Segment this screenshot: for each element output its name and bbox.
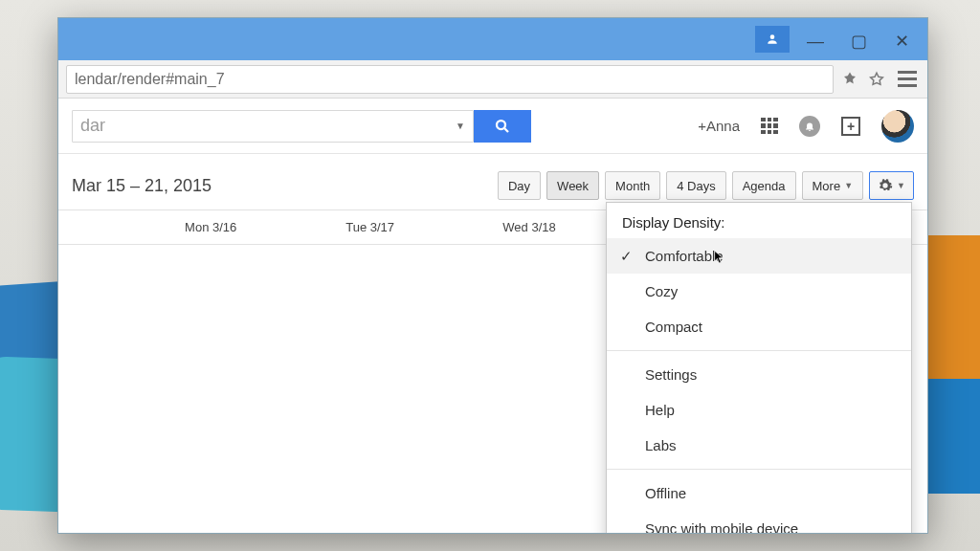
view-day-button[interactable]: Day	[498, 171, 541, 200]
settings-dropdown-menu: Display Density: Comfortable Cozy Compac…	[606, 202, 912, 534]
google-bar: dar ▼ +Anna +	[58, 99, 927, 154]
search-dropdown-icon[interactable]: ▼	[456, 121, 465, 131]
svg-point-0	[497, 121, 505, 129]
caret-down-icon: ▼	[897, 181, 905, 190]
chrome-menu-button[interactable]	[895, 67, 920, 92]
view-more-button[interactable]: More ▼	[802, 171, 864, 200]
view-switcher: Day Week Month 4 Days Agenda More ▼ ▼	[498, 171, 914, 200]
share-button[interactable]: +	[841, 117, 860, 136]
url-text: lendar/render#main_7	[75, 71, 225, 88]
browser-omnibar: lendar/render#main_7	[58, 60, 927, 99]
menu-item-help[interactable]: Help	[607, 392, 911, 428]
extension-icon[interactable]	[841, 71, 858, 88]
bookmark-star-icon[interactable]	[868, 71, 885, 88]
menu-item-labs[interactable]: Labs	[607, 428, 911, 463]
day-column-header[interactable]: Tue 3/17	[290, 210, 449, 244]
menu-item-settings[interactable]: Settings	[607, 357, 911, 392]
address-bar[interactable]: lendar/render#main_7	[66, 65, 834, 94]
settings-gear-button[interactable]: ▼	[869, 171, 914, 200]
date-range-label: Mar 15 – 21, 2015	[72, 176, 212, 196]
caret-down-icon: ▼	[844, 181, 853, 190]
density-option-compact[interactable]: Compact	[607, 309, 911, 344]
more-label: More	[813, 179, 841, 193]
view-agenda-button[interactable]: Agenda	[732, 171, 796, 200]
day-column-header[interactable]: Wed 3/18	[450, 210, 609, 244]
account-avatar[interactable]	[881, 110, 914, 143]
view-week-button[interactable]: Week	[546, 171, 599, 200]
window-titlebar: — ▢ ✕	[58, 18, 927, 60]
window-close-button[interactable]: ✕	[881, 26, 922, 53]
view-4days-button[interactable]: 4 Days	[666, 171, 725, 200]
google-apps-icon[interactable]	[761, 118, 778, 135]
browser-window: — ▢ ✕ lendar/render#main_7 dar ▼	[57, 17, 928, 534]
calendar-search-input[interactable]: dar ▼	[72, 110, 474, 143]
svg-line-1	[504, 128, 508, 132]
density-header: Display Density:	[607, 203, 911, 238]
menu-item-offline[interactable]: Offline	[607, 475, 911, 511]
window-maximize-button[interactable]: ▢	[837, 26, 878, 53]
notifications-icon[interactable]	[799, 116, 820, 137]
day-column-header[interactable]: Mon 3/16	[131, 210, 290, 244]
density-option-comfortable[interactable]: Comfortable	[607, 238, 911, 274]
menu-item-sync[interactable]: Sync with mobile device	[607, 511, 911, 534]
search-text: dar	[80, 116, 105, 136]
view-month-button[interactable]: Month	[605, 171, 660, 200]
search-button[interactable]	[474, 110, 531, 143]
chrome-profile-button[interactable]	[755, 26, 790, 53]
window-minimize-button[interactable]: —	[793, 26, 834, 53]
google-plus-link[interactable]: +Anna	[698, 118, 740, 134]
density-option-cozy[interactable]: Cozy	[607, 274, 911, 309]
